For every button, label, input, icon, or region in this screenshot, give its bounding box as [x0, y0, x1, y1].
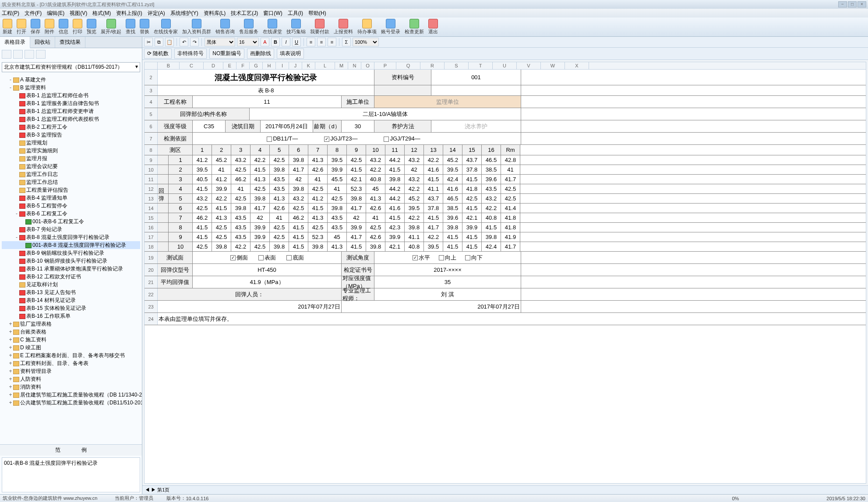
tree-node[interactable]: +资料管理目录 — [2, 367, 140, 375]
sidebar-tab[interactable]: 查找结果 — [55, 37, 85, 48]
tree-node[interactable]: 表B-2 工程开工令 — [2, 123, 140, 131]
toolbar-销售咨询[interactable]: 销售咨询 — [215, 19, 235, 35]
helper-button[interactable]: 画删除线 — [247, 49, 274, 59]
tree-node[interactable]: 表B-9 钢筋螺纹接头平行检验记录 — [2, 249, 140, 257]
tree-node[interactable]: +人防资料 — [2, 375, 140, 383]
menu-item[interactable]: 系统维护(Y) — [170, 10, 198, 17]
menu-item[interactable]: 帮助(H) — [308, 10, 326, 17]
toolbar-加入资料员群[interactable]: 加入资料员群 — [182, 19, 211, 35]
toolbar-退出[interactable]: 退出 — [428, 19, 438, 35]
tree-node[interactable]: 表B-14 材料见证记录 — [2, 296, 140, 304]
tree-node[interactable]: 表B-12 工程款支付证书 — [2, 273, 140, 281]
redo-button[interactable]: ↷ — [190, 38, 199, 46]
maximize-button[interactable]: □ — [848, 1, 857, 7]
toolbar-信息[interactable]: 信息 — [59, 19, 68, 35]
tree-node[interactable]: 监理工作总结 — [2, 178, 140, 186]
toolbar-技巧集锦[interactable]: 技巧集锦 — [286, 19, 306, 35]
align-right-button[interactable]: ≡ — [328, 38, 336, 46]
tree-node[interactable]: +E 工程档案案卷封面、目录、备考表与移交书 — [2, 351, 140, 359]
tree-node[interactable]: 工程质量评估报告 — [2, 186, 140, 194]
menu-item[interactable]: 资料库(L) — [204, 10, 226, 17]
toolbar-打印[interactable]: 打印 — [73, 19, 82, 35]
align-center-button[interactable]: ≡ — [317, 38, 326, 46]
toolbar-替换[interactable]: 替换 — [140, 19, 149, 35]
toolbar-预览[interactable]: 预览 — [87, 19, 96, 35]
menu-item[interactable]: 工程(P) — [2, 10, 19, 17]
menu-item[interactable]: 编辑(E) — [47, 10, 64, 17]
tree-node[interactable]: 表B-15 实体检验见证记录 — [2, 304, 140, 312]
tree-node[interactable]: 001-表B-8 混凝土强度回弹平行检验记录 — [2, 241, 140, 249]
tree-node[interactable]: 监理工作日志 — [2, 170, 140, 178]
toolbar-保存[interactable]: 保存 — [31, 19, 40, 35]
close-button[interactable]: × — [857, 1, 866, 7]
tree-node[interactable]: 表B-7 旁站记录 — [2, 225, 140, 233]
tree-node[interactable]: 表B-10 钢筋焊接接头平行检验记录 — [2, 257, 140, 265]
tree-node[interactable]: 表B-3 监理报告 — [2, 131, 140, 139]
paste-button[interactable]: 📋 — [165, 38, 174, 46]
tree-node[interactable]: +D 竣工图 — [2, 344, 140, 351]
tree-node[interactable]: -表B-8 混凝土强度回弹平行检验记录 — [2, 233, 140, 241]
align-left-button[interactable]: ≡ — [307, 38, 315, 46]
tree-node[interactable]: 表B-1 总监理工程师代表授权书 — [2, 115, 140, 123]
tree-node[interactable]: +C 施工资料 — [2, 336, 140, 344]
toolbar-新建[interactable]: 新建 — [3, 19, 12, 35]
tree-node[interactable]: 监理会议纪要 — [2, 162, 140, 170]
zoom-select[interactable]: 100% — [353, 38, 379, 46]
tree-action-1[interactable] — [2, 50, 11, 59]
menu-item[interactable]: 文件(F) — [25, 10, 42, 17]
undo-button[interactable]: ↶ — [180, 38, 188, 46]
tree-node[interactable]: 表B-16 工作联系单 — [2, 312, 140, 320]
toolbar-检查更新[interactable]: 检查更新 — [405, 19, 424, 35]
font-color-button[interactable]: A — [261, 38, 269, 46]
toolbar-打开[interactable]: 打开 — [17, 19, 26, 35]
helper-button[interactable]: NO重新编号 — [209, 49, 244, 59]
tree-node[interactable]: 表B-4 监理通知单 — [2, 194, 140, 202]
toolbar-账号登录[interactable]: 账号登录 — [381, 19, 400, 35]
tree-node[interactable]: -表B-6 工程复工令 — [2, 210, 140, 218]
toolbar-待办事项[interactable]: 待办事项 — [357, 19, 377, 35]
menu-item[interactable]: 评定(A) — [148, 10, 165, 17]
bold-button[interactable]: B — [271, 38, 280, 46]
italic-button[interactable]: I — [282, 38, 290, 46]
copy-button[interactable]: ⧉ — [155, 38, 163, 46]
menu-item[interactable]: 格式(M) — [92, 10, 111, 17]
tree-node[interactable]: 表B-13 见证人告知书 — [2, 288, 140, 296]
toolbar-查找[interactable]: 查找 — [126, 19, 135, 35]
sidebar-tab[interactable]: 回收站 — [30, 37, 55, 48]
tree-node[interactable]: 表B-11 承重砌体砂浆饱满度平行检验记录 — [2, 265, 140, 273]
size-select[interactable]: 16 — [237, 38, 259, 46]
helper-button[interactable]: 非特殊符号 — [174, 49, 207, 59]
tree-node[interactable]: 监理月报 — [2, 154, 140, 162]
tree-node[interactable]: 监理实施细则 — [2, 147, 140, 154]
tree-action-3[interactable] — [25, 50, 34, 59]
tree-node[interactable]: -A 基建文件 — [2, 76, 140, 84]
toolbar-在线课堂[interactable]: 在线课堂 — [263, 19, 282, 35]
toolbar-附件[interactable]: 附件 — [45, 19, 54, 35]
sidebar-tab[interactable]: 表格目录 — [0, 37, 30, 48]
tree-node[interactable]: 监理规划 — [2, 139, 140, 147]
helper-button[interactable]: 填表说明 — [277, 49, 304, 59]
spreadsheet[interactable]: BCDEFGHIJKLMNOPQRSTUVWX 2混凝土强度回弹平行检验记录资料… — [144, 62, 866, 484]
tree-node[interactable]: 001-表B-6 工程复工令 — [2, 218, 140, 225]
menu-item[interactable]: 窗口(W) — [263, 10, 282, 17]
tree-node[interactable]: 表B-1 总监理工程师变更申请 — [2, 107, 140, 115]
cut-button[interactable]: ✂ — [144, 38, 153, 46]
tree-node[interactable]: 表B-5 工程暂停令 — [2, 202, 140, 210]
toolbar-上报资料[interactable]: 上报资料 — [334, 19, 353, 35]
tree-action-4[interactable] — [36, 50, 46, 59]
tree-node[interactable]: 见证取样计划 — [2, 281, 140, 288]
tree-node[interactable]: -B 监理资料 — [2, 84, 140, 91]
minimize-button[interactable]: − — [838, 1, 847, 7]
menu-item[interactable]: 资料上报(I) — [116, 10, 142, 17]
tree-node[interactable]: +消防资料 — [2, 383, 140, 391]
example-item[interactable]: 001-表B-8 混凝土强度回弹平行检验记录 — [4, 460, 138, 467]
tree-node[interactable]: 表B-1 总监理工程师任命书 — [2, 91, 140, 99]
underline-button[interactable]: U — [292, 38, 301, 46]
tree-node[interactable]: +居住建筑节能工程施工质量验收规程（DB 11/1340-2016） — [2, 391, 140, 399]
menu-item[interactable]: 技术工艺(J) — [231, 10, 258, 17]
menu-item[interactable]: 视图(V) — [70, 10, 87, 17]
random-button[interactable]: ⟳ 随机数 — [144, 49, 172, 59]
toolbar-在线找专家[interactable]: 在线找专家 — [154, 19, 178, 35]
tree-node[interactable]: +驻厂监理表格 — [2, 320, 140, 328]
tree-node[interactable]: +公共建筑节能工程施工质量验收规程（DB11/510-2017） — [2, 399, 140, 407]
